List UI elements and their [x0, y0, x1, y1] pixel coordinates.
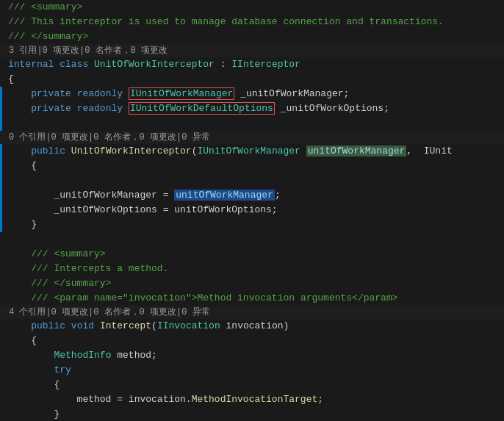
meta-line: 4 个引用|0 项更改|0 名作者，0 项更改|0 异常 — [0, 306, 504, 319]
code-token: MethodInfo — [54, 350, 111, 361]
code-token: unitOfWorkManager — [306, 145, 407, 156]
line-content: } — [5, 407, 504, 421]
code-token: { — [8, 379, 60, 390]
line-content: /// Intercepts a method. — [5, 262, 504, 276]
code-token: IInterceptor — [231, 59, 300, 70]
code-token — [65, 145, 71, 156]
code-token: _unitOfWorkManager; — [234, 88, 349, 99]
code-line — [0, 173, 504, 188]
code-token: ( — [151, 320, 157, 331]
code-line: { — [0, 378, 504, 392]
code-line: /// Intercepts a method. — [0, 262, 504, 276]
line-bar — [0, 144, 2, 159]
line-content: } — [5, 217, 504, 232]
code-token: /// </summary> — [8, 278, 111, 289]
code-line: } — [0, 217, 504, 232]
code-token — [123, 88, 129, 99]
code-token: readonly — [77, 103, 123, 114]
code-token: invocation) — [220, 320, 289, 331]
code-token: { — [8, 335, 37, 346]
code-token: unitOfWorkManager — [174, 190, 275, 201]
code-token: { — [8, 73, 14, 84]
line-content: { — [5, 334, 504, 348]
line-content: /// <summary> — [5, 0, 504, 15]
line-bar — [0, 116, 2, 131]
code-token: , IUnit — [406, 145, 452, 156]
code-token — [8, 145, 31, 156]
code-line: /// This interceptor is used to manage d… — [0, 15, 504, 29]
code-line: private readonly IUnitOfWorkManager _uni… — [0, 87, 504, 101]
code-token: MethodInvocationTarget — [192, 394, 318, 405]
code-line: internal class UnitOfWorkInterceptor : I… — [0, 57, 504, 72]
code-token — [8, 364, 54, 375]
code-token: method = invocation. — [8, 394, 192, 405]
code-token: Intercept — [100, 320, 151, 331]
line-content: public UnitOfWorkInterceptor(IUnitOfWork… — [5, 144, 504, 159]
code-token — [71, 88, 77, 99]
code-token — [123, 103, 129, 114]
code-token — [94, 320, 100, 331]
line-content: _unitOfWorkOptions = unitOfWorkOptions; — [5, 203, 504, 217]
meta-line: 0 个引用|0 项更改|0 名作者，0 项更改|0 异常 — [0, 131, 504, 144]
code-token: _unitOfWorkOptions = unitOfWorkOptions; — [8, 204, 278, 215]
code-line: /// <summary> — [0, 247, 504, 262]
code-token: class — [60, 59, 88, 70]
code-line: private readonly IUnitOfWorkDefaultOptio… — [0, 101, 504, 116]
line-bar — [0, 101, 2, 116]
line-content: private readonly IUnitOfWorkManager _uni… — [5, 87, 504, 101]
code-token: Method invocation arguments — [197, 292, 352, 303]
code-token: _unitOfWorkManager = — [8, 190, 174, 201]
code-token: UnitOfWorkInterceptor — [94, 59, 215, 70]
code-line: } — [0, 407, 504, 421]
code-line: /// <summary> — [0, 0, 504, 15]
line-content: { — [5, 72, 504, 87]
line-content: { — [5, 159, 504, 173]
code-line: { — [0, 334, 504, 348]
code-token: /// <param name="invocation"> — [8, 292, 197, 303]
code-token — [71, 103, 77, 114]
code-token: try — [54, 364, 71, 375]
line-content: /// This interceptor is used to manage d… — [5, 15, 504, 29]
code-line: _unitOfWorkOptions = unitOfWorkOptions; — [0, 203, 504, 217]
line-content: /// <summary> — [5, 247, 504, 262]
line-bar — [0, 159, 2, 173]
line-content — [5, 232, 504, 247]
line-bar — [0, 188, 2, 203]
line-bar — [0, 217, 2, 232]
code-token: /// <summary> — [8, 1, 82, 12]
code-token: /// This interceptor is used to manage d… — [8, 16, 444, 27]
code-token: private — [31, 103, 71, 114]
code-line: MethodInfo method; — [0, 348, 504, 363]
code-token: public — [31, 145, 65, 156]
code-token: IInvocation — [157, 320, 220, 331]
code-token: : — [215, 59, 231, 70]
line-bar — [0, 203, 2, 217]
code-token — [8, 88, 31, 99]
code-token: </param> — [352, 292, 397, 303]
meta-line: 3 引用|0 项更改|0 名作者，0 项更改 — [0, 44, 504, 57]
line-content: _unitOfWorkManager = unitOfWorkManager; — [5, 188, 504, 203]
code-line: try — [0, 363, 504, 378]
code-token: internal — [8, 59, 54, 70]
line-content: private readonly IUnitOfWorkDefaultOptio… — [5, 101, 504, 116]
code-token: void — [71, 320, 94, 331]
code-editor: /// <summary>/// This interceptor is use… — [0, 0, 504, 421]
line-content: /// </summary> — [5, 29, 504, 44]
code-token: ; — [317, 394, 323, 405]
line-content: /// <param name="invocation">Method invo… — [5, 291, 504, 306]
code-token: IUnitOfWorkDefaultOptions — [129, 102, 275, 115]
code-line: _unitOfWorkManager = unitOfWorkManager; — [0, 188, 504, 203]
code-token: UnitOfWorkInterceptor — [71, 145, 192, 156]
line-content: MethodInfo method; — [5, 348, 504, 363]
code-token: } — [8, 219, 37, 230]
code-token: _unitOfWorkOptions; — [275, 103, 389, 114]
line-content: internal class UnitOfWorkInterceptor : I… — [5, 57, 504, 72]
code-token: IUnitOfWorkManager — [197, 145, 300, 156]
code-line: { — [0, 72, 504, 87]
code-token — [88, 59, 94, 70]
code-token: /// Intercepts a method. — [8, 263, 168, 274]
line-content — [5, 173, 504, 188]
line-bar — [0, 173, 2, 188]
code-token: /// </summary> — [8, 31, 88, 42]
line-content: { — [5, 378, 504, 392]
